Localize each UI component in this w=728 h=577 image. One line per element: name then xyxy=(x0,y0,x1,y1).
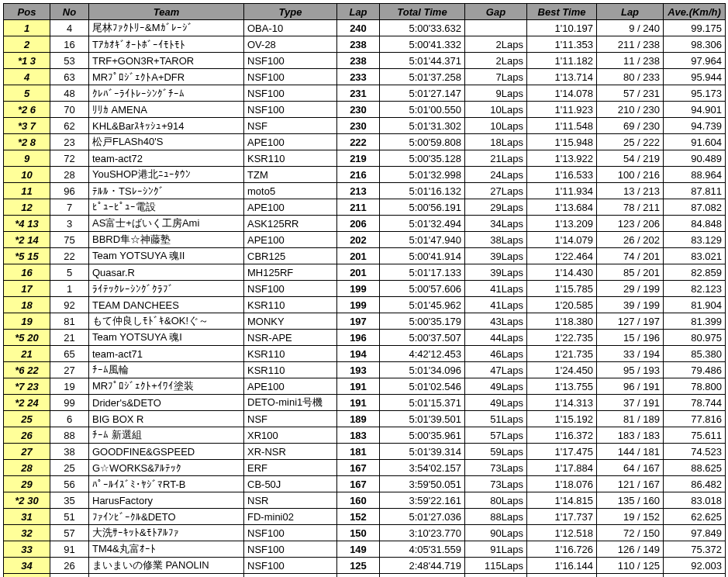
cell-gap: 116Laps xyxy=(465,574,527,578)
cell-bt: 1'13.714 xyxy=(527,69,597,85)
cell-tt: 3:59'50.051 xyxy=(380,476,465,492)
table-row: 127ﾋﾟｭｰﾋﾟｭｰ電設APE1002115:00'56.19129Laps1… xyxy=(4,199,726,216)
cell-team: ﾊﾟｰﾙｲｽﾞﾐ･ﾔｼﾞﾏRT-B xyxy=(89,476,244,492)
cell-team: MRﾌﾟﾛｼﾞｪｸﾄA+DFR xyxy=(89,69,244,85)
cell-team: ﾁｰﾑ風輪 xyxy=(89,362,244,378)
cell-type: DETO-mini1号機 xyxy=(244,395,337,411)
col-bt: Best Time xyxy=(527,4,597,20)
cell-blap: 37 / 191 xyxy=(597,395,664,411)
cell-lap: 199 xyxy=(337,297,380,313)
table-row: 1028YouSHOP港北ﾆｭｰﾀｳﾝTZM2165:01'32.99824La… xyxy=(4,167,726,183)
table-row: 972team-act72KSR1102195:00'35.12821Laps1… xyxy=(4,150,726,167)
cell-type: TZM xyxy=(244,167,337,183)
cell-gap: 7Laps xyxy=(465,69,527,85)
cell-lap: 201 xyxy=(337,248,380,264)
cell-bt: 1'16.372 xyxy=(527,427,597,444)
cell-bt: 1'22.735 xyxy=(527,330,597,346)
cell-blap: 15 / 196 xyxy=(597,330,664,346)
cell-lap: 213 xyxy=(337,183,380,199)
table-row: *2 1475BBRD隼☆神藤塾APE1002025:01'47.94038La… xyxy=(4,232,726,248)
cell-ave: 94.901 xyxy=(664,102,726,118)
cell-ave: 95.729 xyxy=(664,574,726,578)
cell-pos: 25 xyxy=(4,411,50,427)
cell-type: APE100 xyxy=(244,199,337,216)
col-blap: Lap xyxy=(597,4,664,20)
cell-tt: 5:01'47.940 xyxy=(380,232,465,248)
cell-lap: 211 xyxy=(337,199,380,216)
cell-pos: *2 6 xyxy=(4,102,50,118)
cell-pos: 1 xyxy=(4,20,50,36)
cell-blap: 54 / 219 xyxy=(597,150,664,167)
cell-no: 5 xyxy=(50,264,89,281)
cell-pos: 21 xyxy=(4,346,50,362)
cell-lap: 167 xyxy=(337,460,380,476)
table-row: *2 3035HarusFactoryNSR1603:59'22.16180La… xyxy=(4,492,726,509)
cell-gap: 91Laps xyxy=(465,541,527,558)
table-row: 3151ﾌｧｲﾝﾋﾞｰｸﾙ&DETOFD-mini021525:01'27.03… xyxy=(4,509,726,525)
cell-team: G☆WORKS&ｱﾙﾃｯｸ xyxy=(89,460,244,476)
table-row: 3257大洗ｻｰｷｯﾄ&ﾓﾄｱﾙﾌｧNSF1001503:10'23.77090… xyxy=(4,525,726,541)
cell-gap: 41Laps xyxy=(465,281,527,297)
cell-pos: *2 35 xyxy=(4,574,50,578)
cell-no: 25 xyxy=(50,460,89,476)
cell-no: 22 xyxy=(50,248,89,264)
cell-gap: 73Laps xyxy=(465,460,527,476)
cell-ave: 91.604 xyxy=(664,134,726,150)
cell-ave: 62.625 xyxy=(664,509,726,525)
cell-blap: 57 / 231 xyxy=(597,85,664,102)
cell-type: APE100 xyxy=(244,134,337,150)
cell-lap: 125 xyxy=(337,558,380,574)
cell-gap: 59Laps xyxy=(465,444,527,460)
cell-pos: *2 8 xyxy=(4,134,50,150)
cell-gap: 2Laps xyxy=(465,53,527,69)
cell-gap: 88Laps xyxy=(465,509,527,525)
cell-blap: 74 / 201 xyxy=(597,248,664,264)
cell-no: 51 xyxy=(50,509,89,525)
cell-team: Team YOTSUYA 魂II xyxy=(89,248,244,264)
cell-type: NSF100 xyxy=(244,85,337,102)
cell-team: team-act71 xyxy=(89,346,244,362)
cell-no: 33 xyxy=(50,574,89,578)
cell-type: CBR125 xyxy=(244,248,337,264)
cell-blap: 9 / 240 xyxy=(597,20,664,36)
cell-team: Tｱｶｵｷﾞｵｰﾄﾎﾞｰｲﾓﾄﾓﾄ xyxy=(89,36,244,53)
cell-pos: *1 3 xyxy=(4,53,50,69)
cell-no: 81 xyxy=(50,313,89,330)
cell-tt: 5:00'57.606 xyxy=(380,281,465,297)
cell-team: Drider's&DETO xyxy=(89,395,244,411)
cell-bt: 1'16.144 xyxy=(527,558,597,574)
cell-ave: 74.523 xyxy=(664,444,726,460)
cell-type: NSR xyxy=(244,492,337,509)
cell-blap: 123 / 206 xyxy=(597,216,664,232)
table-row: *6 2227ﾁｰﾑ風輪KSR1101935:01'34.09647Laps1'… xyxy=(4,362,726,378)
cell-gap: 27Laps xyxy=(465,183,527,199)
cell-lap: 202 xyxy=(337,232,380,248)
cell-team: MRﾌﾟﾛｼﾞｪｸﾄ+ｲﾜｲ塗装 xyxy=(89,378,244,395)
cell-gap: 38Laps xyxy=(465,232,527,248)
cell-bt: 1'11.548 xyxy=(527,118,597,134)
cell-type: OV-28 xyxy=(244,36,337,53)
cell-gap: 51Laps xyxy=(465,411,527,427)
cell-team: ﾗｲﾃｯｸﾚｰｼﾝｸﾞｸﾗﾌﾞ xyxy=(89,281,244,297)
cell-gap: 39Laps xyxy=(465,248,527,264)
table-row: 1892TEAM DANCHEESKSR1101995:01'45.96241L… xyxy=(4,297,726,313)
cell-no: 53 xyxy=(50,53,89,69)
cell-tt: 5:00'33.632 xyxy=(380,20,465,36)
cell-pos: 2 xyxy=(4,36,50,53)
cell-blap: 39 / 199 xyxy=(597,297,664,313)
cell-no: 72 xyxy=(50,150,89,167)
cell-tt: 4:05'31.559 xyxy=(380,541,465,558)
cell-no: 4 xyxy=(50,20,89,36)
table-row: 2688ﾁｰﾑ 新選組XR1001835:00'35.96157Laps1'16… xyxy=(4,427,726,444)
cell-no: 88 xyxy=(50,427,89,444)
cell-tt: 5:01'32.998 xyxy=(380,167,465,183)
cell-no: 96 xyxy=(50,183,89,199)
cell-team: ﾃﾙﾙ・TSﾚｰｼﾝｸﾞ xyxy=(89,183,244,199)
cell-bt: 1'14.079 xyxy=(527,232,597,248)
cell-type: CB-50J xyxy=(244,476,337,492)
cell-type: APE100 xyxy=(244,378,337,395)
table-row: 14尾林ﾌｧｸﾄﾘｰ&MｶﾞﾚｰｼﾞOBA-102405:00'33.6321'… xyxy=(4,20,726,36)
cell-bt: 1'13.922 xyxy=(527,150,597,167)
cell-blap: 95 / 193 xyxy=(597,362,664,378)
cell-pos: 9 xyxy=(4,150,50,167)
